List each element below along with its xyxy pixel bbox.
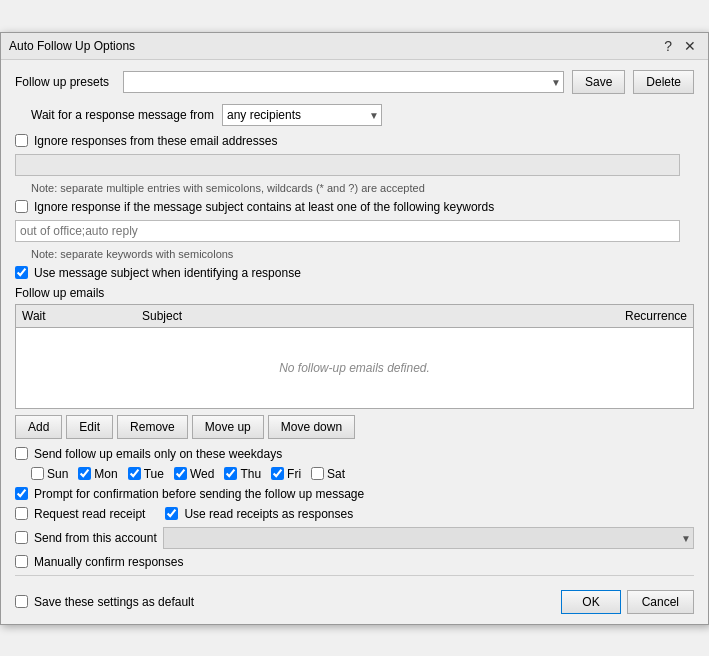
- request-read-receipt-checkbox[interactable]: [15, 507, 28, 520]
- follow-up-section-label: Follow up emails: [15, 286, 694, 300]
- presets-combo[interactable]: ▼: [123, 71, 564, 93]
- wait-response-row: Wait for a response message from any rec…: [15, 104, 694, 126]
- manually-confirm-label: Manually confirm responses: [34, 555, 183, 569]
- follow-up-table: Wait Subject Recurrence No follow-up ema…: [15, 304, 694, 409]
- wait-response-combo[interactable]: any recipients all recipients ▼: [222, 104, 382, 126]
- prompt-confirmation-row: Prompt for confirmation before sending t…: [15, 487, 694, 501]
- move-up-button[interactable]: Move up: [192, 415, 264, 439]
- dialog: Auto Follow Up Options ? ✕ Follow up pre…: [0, 32, 709, 625]
- col-subject-header: Subject: [142, 309, 587, 323]
- dialog-title: Auto Follow Up Options: [9, 39, 135, 53]
- weekday-fri-checkbox[interactable]: [271, 467, 284, 480]
- weekdays-checkbox[interactable]: [15, 447, 28, 460]
- send-account-row: Send from this account ▼: [15, 527, 694, 549]
- use-subject-row: Use message subject when identifying a r…: [15, 266, 694, 280]
- help-button[interactable]: ?: [660, 39, 676, 53]
- weekday-sat-label: Sat: [327, 467, 345, 481]
- ignore-keywords-label: Ignore response if the message subject c…: [34, 200, 494, 214]
- presets-row: Follow up presets ▼ Save Delete: [15, 70, 694, 94]
- ignore-addresses-checkbox[interactable]: [15, 134, 28, 147]
- request-read-receipt-row: Request read receipt: [15, 507, 145, 521]
- weekday-fri-label: Fri: [287, 467, 301, 481]
- title-bar: Auto Follow Up Options ? ✕: [1, 33, 708, 60]
- weekday-mon-checkbox[interactable]: [78, 467, 91, 480]
- receipts-row: Request read receipt Use read receipts a…: [15, 507, 694, 521]
- weekday-wed: Wed: [174, 467, 214, 481]
- weekday-mon-label: Mon: [94, 467, 117, 481]
- wait-response-label: Wait for a response message from: [31, 108, 214, 122]
- weekday-mon: Mon: [78, 467, 117, 481]
- delete-button[interactable]: Delete: [633, 70, 694, 94]
- weekday-fri: Fri: [271, 467, 301, 481]
- weekday-sun-checkbox[interactable]: [31, 467, 44, 480]
- wait-response-select[interactable]: any recipients all recipients: [223, 105, 381, 125]
- save-button[interactable]: Save: [572, 70, 625, 94]
- weekday-sun: Sun: [31, 467, 68, 481]
- ignore-keywords-checkbox[interactable]: [15, 200, 28, 213]
- ignore-addresses-row: Ignore responses from these email addres…: [15, 134, 694, 148]
- send-account-checkbox[interactable]: [15, 531, 28, 544]
- weekday-sun-label: Sun: [47, 467, 68, 481]
- move-down-button[interactable]: Move down: [268, 415, 355, 439]
- manually-confirm-row: Manually confirm responses: [15, 555, 694, 569]
- prompt-confirmation-label: Prompt for confirmation before sending t…: [34, 487, 364, 501]
- ignore-addresses-input[interactable]: [15, 154, 680, 176]
- add-button[interactable]: Add: [15, 415, 62, 439]
- weekday-thu: Thu: [224, 467, 261, 481]
- manually-confirm-checkbox[interactable]: [15, 555, 28, 568]
- weekday-wed-label: Wed: [190, 467, 214, 481]
- cancel-button[interactable]: Cancel: [627, 590, 694, 614]
- ignore-addresses-note: Note: separate multiple entries with sem…: [15, 182, 694, 194]
- account-combo[interactable]: ▼: [163, 527, 694, 549]
- ignore-addresses-label: Ignore responses from these email addres…: [34, 134, 277, 148]
- weekday-tue-checkbox[interactable]: [128, 467, 141, 480]
- weekday-thu-checkbox[interactable]: [224, 467, 237, 480]
- table-buttons: Add Edit Remove Move up Move down: [15, 415, 694, 439]
- save-default-checkbox[interactable]: [15, 595, 28, 608]
- save-default-row: Save these settings as default: [15, 595, 194, 609]
- account-select[interactable]: [164, 528, 693, 548]
- empty-message: No follow-up emails defined.: [279, 361, 430, 375]
- ok-button[interactable]: OK: [561, 590, 620, 614]
- weekdays-row: Sun Mon Tue Wed Thu Fri: [15, 467, 694, 481]
- dialog-buttons: OK Cancel: [561, 590, 694, 614]
- weekday-thu-label: Thu: [240, 467, 261, 481]
- weekday-sat: Sat: [311, 467, 345, 481]
- save-default-label: Save these settings as default: [34, 595, 194, 609]
- weekday-sat-checkbox[interactable]: [311, 467, 324, 480]
- edit-button[interactable]: Edit: [66, 415, 113, 439]
- weekday-tue-label: Tue: [144, 467, 164, 481]
- presets-select[interactable]: [124, 72, 563, 92]
- use-read-receipts-label: Use read receipts as responses: [184, 507, 353, 521]
- request-read-receipt-label: Request read receipt: [34, 507, 145, 521]
- remove-button[interactable]: Remove: [117, 415, 188, 439]
- content: Follow up presets ▼ Save Delete Wait for…: [1, 60, 708, 624]
- table-body: No follow-up emails defined.: [16, 328, 693, 408]
- use-subject-checkbox[interactable]: [15, 266, 28, 279]
- close-button[interactable]: ✕: [680, 39, 700, 53]
- col-wait-header: Wait: [22, 309, 142, 323]
- send-account-label: Send from this account: [34, 531, 157, 545]
- prompt-confirmation-checkbox[interactable]: [15, 487, 28, 500]
- presets-label: Follow up presets: [15, 75, 115, 89]
- title-bar-buttons: ? ✕: [660, 39, 700, 53]
- table-header: Wait Subject Recurrence: [16, 305, 693, 328]
- ignore-keywords-input[interactable]: [15, 220, 680, 242]
- ignore-keywords-row: Ignore response if the message subject c…: [15, 200, 694, 214]
- weekday-tue: Tue: [128, 467, 164, 481]
- use-read-receipts-row: Use read receipts as responses: [165, 507, 353, 521]
- weekdays-checkbox-row: Send follow up emails only on these week…: [15, 447, 694, 461]
- weekdays-label: Send follow up emails only on these week…: [34, 447, 282, 461]
- use-read-receipts-checkbox[interactable]: [165, 507, 178, 520]
- divider: [15, 575, 694, 576]
- bottom-row: Save these settings as default OK Cancel: [15, 584, 694, 614]
- ignore-keywords-note: Note: separate keywords with semicolons: [15, 248, 694, 260]
- use-subject-label: Use message subject when identifying a r…: [34, 266, 301, 280]
- weekday-wed-checkbox[interactable]: [174, 467, 187, 480]
- col-recurrence-header: Recurrence: [587, 309, 687, 323]
